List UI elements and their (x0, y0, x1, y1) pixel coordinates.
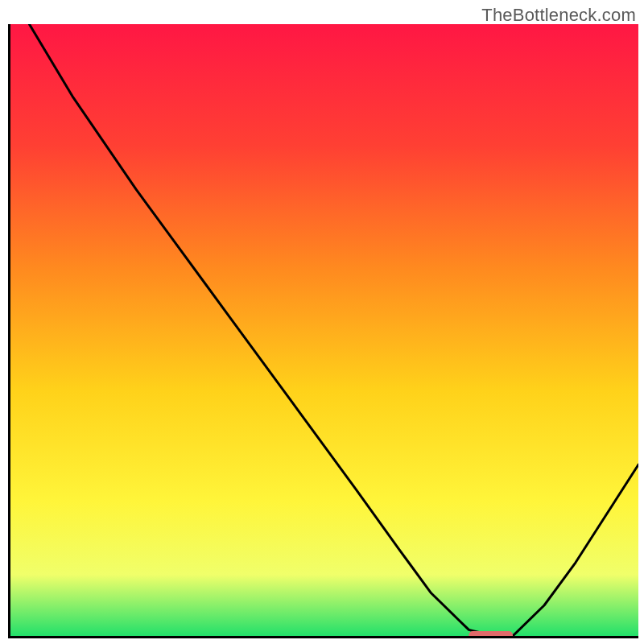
watermark-text: TheBottleneck.com (481, 5, 636, 26)
plot-area (8, 24, 638, 638)
chart-frame: TheBottleneck.com (0, 0, 644, 644)
optimal-marker (469, 631, 513, 636)
bottleneck-curve (10, 24, 638, 636)
